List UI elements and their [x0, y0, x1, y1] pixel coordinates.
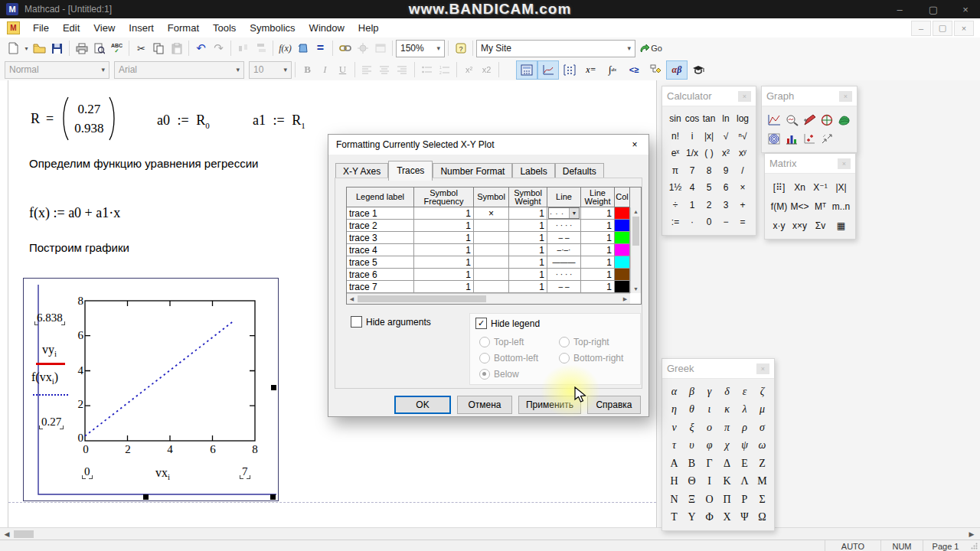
greek-letter-button[interactable]: ν [665, 419, 683, 437]
y-max-placeholder[interactable]: 6.838 [34, 311, 65, 325]
resize-handle-right[interactable] [271, 385, 276, 390]
greek-letter-button[interactable]: Υ [683, 509, 701, 527]
menu-file[interactable]: File [26, 20, 56, 36]
site-select[interactable]: My Site▾ [476, 40, 635, 57]
checkbox-box[interactable] [351, 316, 362, 328]
superscript-icon[interactable]: x² [460, 61, 478, 78]
greek-letter-button[interactable]: χ [718, 437, 736, 455]
trace-color-swatch[interactable] [615, 220, 629, 231]
greek-letter-button[interactable]: ο [701, 419, 718, 437]
save-icon[interactable] [48, 40, 66, 57]
minimize-icon[interactable]: – [884, 0, 916, 18]
greek-letter-button[interactable]: Τ [665, 509, 683, 527]
assign-a1-region[interactable]: a1 := R1 [253, 112, 305, 130]
matrix-button[interactable]: M<> [789, 197, 810, 216]
greek-letter-button[interactable]: Ξ [683, 491, 701, 509]
calc-button[interactable]: + [734, 197, 751, 214]
new-dropdown-icon[interactable]: ▾ [22, 40, 31, 57]
greek-letter-button[interactable]: Ι [701, 473, 718, 491]
radio-circle[interactable] [479, 369, 490, 380]
zoom-select[interactable]: 150%▾ [396, 40, 445, 57]
scroll-down-icon[interactable]: ▼ [631, 285, 641, 293]
matrix-button[interactable]: x·y [769, 216, 789, 235]
table-row[interactable]: trace 511———1 [347, 256, 641, 269]
hide-arguments-checkbox[interactable]: Hide arguments [351, 316, 431, 328]
calc-button[interactable]: 1/x [684, 145, 701, 162]
calc-button[interactable]: 6 [717, 179, 734, 197]
formula-region[interactable]: f(x) := a0 + a1·x [29, 205, 120, 221]
numbered-list-icon[interactable]: 12 [436, 61, 453, 78]
surface-plot-icon[interactable] [836, 110, 854, 129]
table-vertical-scrollbar[interactable]: ▲ ▼ [630, 207, 641, 293]
x-max-placeholder[interactable]: 7 [240, 465, 250, 479]
underline-icon[interactable]: U [334, 61, 351, 78]
greek-letter-button[interactable]: ε [736, 383, 753, 401]
greek-letter-button[interactable]: Ζ [753, 455, 771, 473]
calc-button[interactable]: 0 [701, 214, 717, 231]
align-center-icon[interactable] [376, 61, 394, 78]
greek-letter-button[interactable]: σ [753, 419, 771, 437]
greek-letter-button[interactable]: Ν [665, 491, 683, 509]
xy-plot-region[interactable]: 6.838 vyi f(vxi) 0.27 8 6 4 2 0 0 2 4 6 … [23, 278, 279, 501]
doc-restore-icon[interactable]: ▢ [933, 21, 952, 36]
matrix-button[interactable]: Σv [810, 216, 831, 235]
bold-icon[interactable]: B [299, 61, 316, 78]
radio-below[interactable]: Below [479, 366, 559, 382]
table-row[interactable]: trace 211· · · ·1 [347, 220, 641, 232]
greek-letter-button[interactable]: Ω [753, 509, 771, 527]
greek-letter-button[interactable]: ι [701, 401, 718, 419]
assign-a0-region[interactable]: a0 := R0 [157, 112, 210, 130]
matrix-button[interactable]: f(M) [769, 197, 789, 216]
component-icon[interactable] [354, 40, 371, 57]
horizontal-scrollbar[interactable]: ◀ ▶ [0, 527, 980, 540]
greek-letter-button[interactable]: Μ [753, 473, 771, 491]
greek-letter-button[interactable]: ξ [683, 419, 701, 437]
greek-letter-button[interactable]: ω [753, 437, 771, 455]
greek-letter-button[interactable]: β [683, 383, 701, 401]
3d-bar-plot-icon[interactable] [783, 129, 801, 148]
calc-button[interactable]: ÷ [667, 197, 684, 214]
matrix-button[interactable]: Xn [789, 178, 810, 197]
calc-button[interactable]: ( ) [701, 145, 717, 162]
calc-button[interactable]: π [667, 162, 684, 180]
trace-icon[interactable] [801, 110, 818, 129]
paste-icon[interactable] [168, 40, 185, 57]
menu-help[interactable]: Help [351, 20, 386, 36]
greek-letter-button[interactable]: ζ [753, 383, 771, 401]
calc-button[interactable]: · [684, 214, 701, 231]
greek-letter-button[interactable]: Β [683, 455, 701, 473]
align-left-icon[interactable] [358, 61, 376, 78]
menu-view[interactable]: View [87, 20, 122, 36]
trace-color-swatch[interactable] [615, 256, 629, 268]
cut-icon[interactable]: ✂ [132, 40, 150, 57]
calc-button[interactable]: ⁿ√ [734, 128, 751, 145]
greek-letter-button[interactable]: Ψ [736, 509, 753, 527]
new-document-icon[interactable] [5, 40, 22, 57]
matrix-button[interactable]: m..n [831, 197, 851, 216]
table-row[interactable]: trace 611· · · ·1 [347, 269, 641, 281]
calc-button[interactable]: 8 [701, 162, 717, 180]
matrix-definition-region[interactable]: R = 0.27 0.938 [31, 96, 118, 142]
greek-letter-button[interactable]: ρ [736, 419, 753, 437]
help-button[interactable]: Справка [587, 396, 641, 414]
greek-letter-button[interactable]: Ρ [736, 491, 753, 509]
matrix-button[interactable]: Mᵀ [810, 197, 831, 216]
greek-letter-button[interactable]: α [665, 383, 683, 401]
greek-letter-button[interactable]: Λ [736, 473, 753, 491]
menu-window[interactable]: Window [302, 20, 351, 36]
greek-letter-button[interactable]: Ε [736, 455, 753, 473]
y-min-placeholder[interactable]: 0.27 [39, 416, 64, 429]
menu-format[interactable]: Format [161, 20, 206, 36]
open-icon[interactable] [31, 40, 48, 57]
scroll-left-icon[interactable]: ◀ [347, 295, 357, 303]
calc-button[interactable]: |x| [701, 128, 717, 145]
maximize-icon[interactable]: ▢ [917, 0, 949, 18]
y-expr-vy[interactable]: vyi [42, 343, 57, 358]
close-icon[interactable]: × [949, 0, 980, 18]
palette-title-bar[interactable]: Matrix × [765, 154, 855, 174]
evaluation-toolbar-icon[interactable]: x= [580, 60, 602, 80]
menu-edit[interactable]: Edit [56, 20, 87, 36]
apply-button[interactable]: Применить [518, 396, 581, 414]
calc-button[interactable]: = [734, 214, 751, 231]
greek-letter-button[interactable]: π [718, 419, 736, 437]
